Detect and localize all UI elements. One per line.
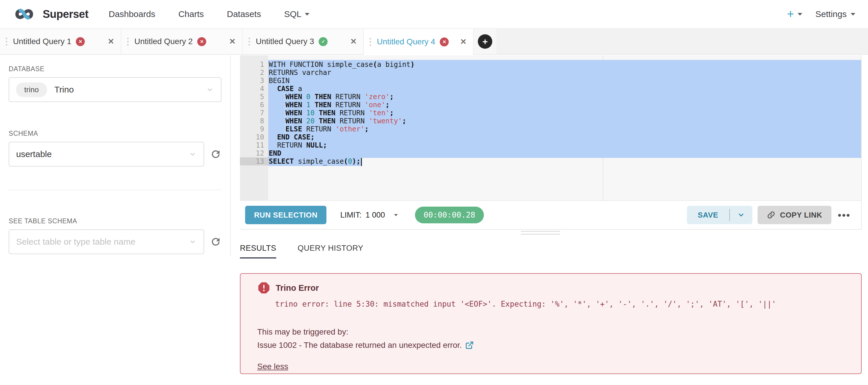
error-panel: Trino Error trino error: line 5:30: mism… — [240, 273, 862, 374]
code-line: WITH FUNCTION simple_case(a bigint) — [269, 61, 415, 69]
chevron-down-icon — [394, 214, 398, 216]
tab-query-history[interactable]: QUERY HISTORY — [298, 244, 363, 258]
error-issue-row: Issue 1002 - The database returned an un… — [257, 341, 849, 350]
nav-item-label: Dashboards — [109, 9, 155, 19]
drag-handle-icon[interactable] — [249, 38, 250, 45]
brand-name: Superset — [43, 8, 89, 21]
query-tab[interactable]: Untitled Query 3✓✕ — [243, 29, 363, 54]
table-select[interactable]: Select table or type table name — [9, 229, 204, 254]
database-value: Trino — [55, 85, 74, 95]
query-tab-label: Untitled Query 2 — [134, 37, 193, 46]
code-line: RETURN NULL; — [269, 141, 327, 149]
link-icon — [767, 211, 775, 219]
code-line: WHEN 20 THEN RETURN 'twenty'; — [269, 117, 406, 125]
database-label: DATABASE — [9, 65, 221, 73]
code-line: END CASE; — [269, 133, 315, 141]
nav-item-label: SQL — [284, 9, 301, 19]
drag-handle-icon[interactable] — [6, 38, 7, 45]
sql-lab-app: Superset DashboardsChartsDatasetsSQL + S… — [0, 0, 868, 385]
chevron-down-icon — [206, 86, 214, 94]
nav-item-label: Datasets — [227, 9, 261, 19]
add-tab-button[interactable]: + — [478, 34, 492, 49]
see-less-link[interactable]: See less — [257, 362, 288, 371]
query-tab-strip: Untitled Query 1✕✕Untitled Query 2✕✕Unti… — [0, 29, 868, 55]
query-tab[interactable]: Untitled Query 4✕✕ — [364, 29, 473, 55]
run-selection-button[interactable]: RUN SELECTION — [245, 206, 327, 224]
line-number: 4 — [241, 85, 264, 93]
limit-value: 1 000 — [366, 211, 385, 220]
save-button[interactable]: SAVE — [687, 211, 729, 220]
table-schema-section: SEE TABLE SCHEMA Select table or type ta… — [9, 217, 221, 254]
nav-item-datasets[interactable]: Datasets — [227, 9, 261, 19]
line-number: 3 — [241, 77, 264, 85]
schema-label: SCHEMA — [9, 130, 221, 137]
nav-item-dashboards[interactable]: Dashboards — [109, 9, 155, 19]
drag-handle-icon[interactable] — [370, 38, 371, 46]
query-tab-label: Untitled Query 4 — [377, 37, 435, 46]
code-line: WHEN 1 THEN RETURN 'one'; — [269, 101, 390, 109]
error-header: Trino Error — [257, 281, 849, 294]
line-number: 7 — [241, 109, 264, 117]
query-status-badge-error: ✕ — [197, 37, 206, 46]
line-number: 13 — [241, 157, 264, 165]
database-select[interactable]: trino Trino — [9, 77, 221, 102]
sqllab-sidebar: DATABASE trino Trino SCHEMA usertable — [0, 55, 231, 256]
line-number: 6 — [241, 101, 264, 109]
code-line: END — [269, 149, 281, 157]
results-tab-bar: RESULTS QUERY HISTORY — [240, 244, 363, 258]
nav-item-sql[interactable]: SQL — [284, 9, 309, 19]
chevron-down-icon — [305, 13, 309, 15]
settings-label: Settings — [815, 9, 847, 19]
new-item-button[interactable]: + — [787, 8, 802, 20]
code-editor[interactable]: 12345678910111213 WITH FUNCTION simple_c… — [240, 55, 861, 200]
query-status-badge-success: ✓ — [319, 37, 328, 46]
query-tab-label: Untitled Query 3 — [256, 37, 314, 46]
query-tab[interactable]: Untitled Query 1✕✕ — [0, 29, 121, 54]
schema-select[interactable]: usertable — [9, 142, 204, 167]
query-tab[interactable]: Untitled Query 2✕✕ — [121, 29, 242, 54]
nav-item-charts[interactable]: Charts — [178, 9, 204, 19]
database-type-pill: trino — [16, 83, 47, 97]
chevron-down-icon — [189, 150, 197, 158]
refresh-tables-icon[interactable] — [210, 236, 221, 248]
chevron-down-icon — [798, 13, 802, 15]
table-schema-label: SEE TABLE SCHEMA — [9, 217, 221, 225]
external-link-icon[interactable] — [465, 341, 474, 350]
line-number: 9 — [241, 125, 264, 133]
chevron-down-icon — [189, 238, 197, 246]
refresh-schema-icon[interactable] — [210, 149, 221, 160]
close-tab-icon[interactable]: ✕ — [102, 37, 114, 46]
line-number: 1 — [241, 61, 264, 69]
nav-item-label: Charts — [178, 9, 204, 19]
code-line: BEGIN — [269, 77, 289, 85]
superset-logo-icon — [10, 6, 39, 22]
plus-icon: + — [787, 8, 794, 20]
tab-results[interactable]: RESULTS — [240, 244, 276, 258]
copy-link-button[interactable]: COPY LINK — [757, 206, 832, 224]
settings-menu[interactable]: Settings — [815, 9, 855, 19]
close-tab-icon[interactable]: ✕ — [223, 37, 236, 46]
schema-section: SCHEMA usertable — [9, 130, 221, 167]
error-message: trino error: line 5:30: mismatched input… — [275, 300, 849, 308]
line-number: 8 — [241, 117, 264, 125]
save-options-button[interactable] — [730, 211, 752, 219]
indent-guide — [285, 93, 285, 133]
query-status-badge-error: ✕ — [440, 37, 449, 46]
save-split-button: SAVE — [687, 206, 752, 224]
code-line: WHEN 0 THEN RETURN 'zero'; — [269, 93, 394, 101]
query-status-badge-error: ✕ — [76, 37, 85, 46]
limit-dropdown[interactable]: LIMIT: 1 000 — [340, 211, 398, 220]
schema-value: usertable — [16, 149, 52, 159]
more-actions-button[interactable]: ••• — [838, 210, 851, 220]
text-cursor — [361, 158, 362, 166]
query-timer-badge: 00:00:00.28 — [415, 206, 484, 223]
sidebar-divider — [9, 190, 221, 190]
close-tab-icon[interactable]: ✕ — [344, 37, 357, 46]
pane-resize-handle[interactable] — [521, 231, 560, 236]
chevron-down-icon — [737, 211, 745, 219]
drag-handle-icon[interactable] — [127, 38, 129, 45]
sql-editor-pane: 12345678910111213 WITH FUNCTION simple_c… — [240, 55, 862, 230]
editor-toolbar: RUN SELECTION LIMIT: 1 000 00:00:00.28 S… — [240, 200, 861, 229]
superset-brand[interactable]: Superset — [10, 6, 89, 22]
close-tab-icon[interactable]: ✕ — [454, 37, 467, 46]
